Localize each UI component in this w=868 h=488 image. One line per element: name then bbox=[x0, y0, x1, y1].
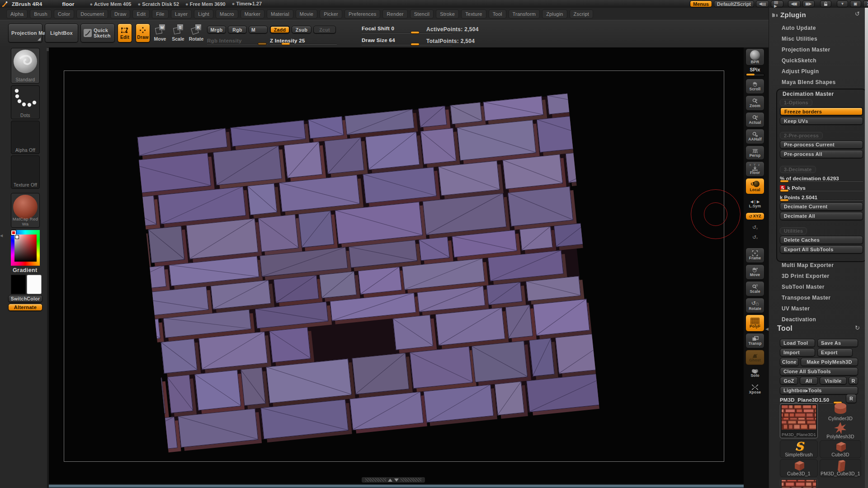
make-polymesh3d-button[interactable]: Make PolyMesh3D bbox=[801, 358, 858, 366]
menu-picker[interactable]: Picker bbox=[320, 9, 342, 19]
projection-master-button[interactable]: Projection Master bbox=[8, 23, 42, 42]
zplugin-item-maya-blend-shapes[interactable]: Maya Blend Shapes bbox=[782, 79, 836, 85]
switchcolor-button[interactable]: SwitchColor bbox=[8, 295, 42, 302]
menu-edit[interactable]: Edit bbox=[132, 9, 150, 19]
menu-render[interactable]: Render bbox=[382, 9, 407, 19]
rgb-button[interactable]: Rgb bbox=[228, 26, 247, 33]
menu-zplugin[interactable]: Zplugin bbox=[542, 9, 567, 19]
zplugin-item-auto-update[interactable]: Auto Update bbox=[782, 25, 816, 31]
doc-prev-button[interactable]: ◀▣ bbox=[788, 0, 801, 7]
zplugin-item-adjust-plugin[interactable]: Adjust Plugin bbox=[782, 68, 819, 75]
draw-size-handle[interactable] bbox=[410, 43, 420, 46]
menu-color[interactable]: Color bbox=[54, 9, 74, 19]
menu-texture[interactable]: Texture bbox=[461, 9, 486, 19]
doc-next-button[interactable]: ▣▶ bbox=[802, 0, 815, 7]
pct-decimation-slider[interactable]: % of decimation 0.6293 bbox=[780, 174, 863, 182]
preprocess-all-button[interactable]: Pre-process All bbox=[780, 150, 863, 158]
frame-button[interactable]: Frame bbox=[745, 248, 764, 263]
polyf-button[interactable]: PolyF bbox=[745, 314, 764, 332]
close-button[interactable]: X bbox=[863, 0, 868, 7]
zsub-button[interactable]: Zsub bbox=[292, 26, 311, 33]
import-button[interactable]: Import bbox=[780, 348, 815, 357]
aahalf-button[interactable]: AAHalf bbox=[745, 129, 764, 144]
z-intensity-handle[interactable] bbox=[281, 42, 290, 45]
zadd-button[interactable]: Zadd bbox=[270, 26, 290, 33]
menu-stencil[interactable]: Stencil bbox=[410, 9, 434, 19]
rotate-z-button[interactable]: ↺z bbox=[750, 235, 760, 243]
preprocess-current-button[interactable]: Pre-process Current bbox=[780, 141, 863, 149]
goz-r-button[interactable]: R bbox=[849, 377, 858, 385]
menu-draw[interactable]: Draw bbox=[110, 9, 130, 19]
scroll-button[interactable]: Scroll bbox=[745, 79, 764, 94]
menu-preferences[interactable]: Preferences bbox=[344, 9, 381, 19]
scroll-down-icon[interactable] bbox=[394, 479, 399, 482]
menu-stroke[interactable]: Stroke bbox=[436, 9, 459, 19]
menus-button[interactable]: Menus bbox=[690, 0, 712, 7]
sv-square[interactable] bbox=[14, 235, 37, 262]
zplugin-item-projection-master[interactable]: Projection Master bbox=[782, 47, 830, 53]
scrub-left-button[interactable]: ◀|||| bbox=[756, 0, 769, 7]
move-mode-button[interactable]: M Move bbox=[152, 24, 168, 42]
menu-zscript[interactable]: Zscript bbox=[570, 9, 593, 19]
color-picker[interactable] bbox=[11, 230, 40, 266]
clone-all-subtools-button[interactable]: Clone All SubTools bbox=[780, 367, 858, 375]
quick-sketch-button[interactable]: Quick Sketch bbox=[80, 23, 115, 42]
spix-handle[interactable] bbox=[746, 74, 755, 75]
mrgb-button[interactable]: Mrgb bbox=[207, 26, 226, 33]
current-texture-tile[interactable]: Texture Off bbox=[11, 155, 40, 189]
lsym-button[interactable]: ◀｜▶ L.Sym bbox=[745, 197, 764, 210]
tray-collapse-arrow[interactable]: ◀ bbox=[765, 327, 769, 331]
menu-tool[interactable]: Tool bbox=[489, 9, 506, 19]
lightbox-tools-button[interactable]: Lightbox▸Tools bbox=[780, 386, 858, 394]
bpr-button[interactable]: BPR bbox=[745, 48, 764, 66]
persp-button[interactable]: Persp bbox=[745, 145, 764, 160]
keep-uvs-button[interactable]: Keep UVs bbox=[780, 117, 863, 125]
pm3d-cube3d-1-thumbnail[interactable]: PM3D_Cube3D_1 bbox=[820, 459, 861, 477]
cube3d-1-thumbnail[interactable]: Cube3D_1 bbox=[780, 459, 818, 477]
gradient-label[interactable]: Gradient bbox=[13, 267, 38, 273]
pct-decimation-handle[interactable] bbox=[780, 180, 789, 183]
xpose-button[interactable]: Xpose bbox=[745, 381, 764, 397]
menu-document[interactable]: Document bbox=[76, 9, 108, 19]
m-button[interactable]: M bbox=[249, 26, 268, 33]
tool-r-button[interactable]: R bbox=[846, 394, 857, 403]
goz-button[interactable]: GoZ bbox=[780, 377, 798, 385]
all-button[interactable]: All bbox=[800, 377, 818, 385]
zplugin-item-3d-print-exporter[interactable]: 3D Print Exporter bbox=[782, 273, 830, 279]
z-intensity-slider[interactable]: Z Intensity 25 bbox=[270, 36, 337, 45]
active-tool-thumbnail[interactable]: PM3D_Plane3D1 bbox=[780, 404, 818, 438]
lightbox-button[interactable]: LightBox bbox=[45, 23, 78, 42]
edit-button[interactable]: Edit bbox=[118, 23, 132, 42]
kpolys-slider[interactable]: 5 k Polys bbox=[780, 183, 863, 192]
partial-tool-thumbnail[interactable] bbox=[780, 478, 818, 488]
transp-button[interactable]: Transp bbox=[745, 333, 764, 348]
zoom-button[interactable]: Zoom bbox=[745, 95, 764, 111]
kpolys-handle[interactable] bbox=[780, 189, 789, 192]
menu-alpha[interactable]: Alpha bbox=[6, 9, 28, 19]
scale-mode-button[interactable]: S Scale bbox=[170, 24, 186, 42]
menu-movie[interactable]: Movie bbox=[296, 9, 317, 19]
save-as-button[interactable]: Save As bbox=[817, 339, 858, 347]
draw-button[interactable]: Draw bbox=[136, 23, 150, 42]
current-material-tile[interactable]: MatCap Red Wa bbox=[11, 193, 40, 228]
cube3d-thumbnail[interactable]: Cube3D bbox=[820, 440, 861, 458]
menu-brush[interactable]: Brush bbox=[30, 9, 52, 19]
rotate-tool-button[interactable]: ↺▢ Rotate bbox=[745, 298, 764, 313]
menu-marker[interactable]: Marker bbox=[241, 9, 264, 19]
export-button[interactable]: Export bbox=[817, 348, 853, 357]
kpoints-slider[interactable]: k Points 2.5041 bbox=[780, 193, 863, 201]
viewport-mesh-canvas[interactable] bbox=[49, 47, 744, 488]
tool-title[interactable]: Tool bbox=[777, 324, 793, 333]
shelf-collapse-arrow[interactable]: ◀ bbox=[0, 230, 4, 240]
clone-button[interactable]: Clone bbox=[780, 358, 799, 366]
current-stroke-tile[interactable]: Dots bbox=[11, 85, 40, 119]
kpoints-handle[interactable] bbox=[780, 199, 789, 202]
polymesh3d-thumbnail[interactable]: PolyMesh3D bbox=[820, 422, 861, 439]
zplugin-item-subtool-master[interactable]: SubTool Master bbox=[782, 284, 825, 290]
menu-transform[interactable]: Transform bbox=[509, 9, 540, 19]
local-button[interactable]: ↺ Local bbox=[745, 178, 764, 194]
decimation-master-title[interactable]: Decimation Master bbox=[783, 91, 834, 97]
main-color-swatch[interactable] bbox=[11, 275, 26, 294]
zplugin-item-misc-utilities[interactable]: Misc Utilities bbox=[782, 36, 817, 42]
focal-shift-handle[interactable] bbox=[410, 31, 420, 34]
